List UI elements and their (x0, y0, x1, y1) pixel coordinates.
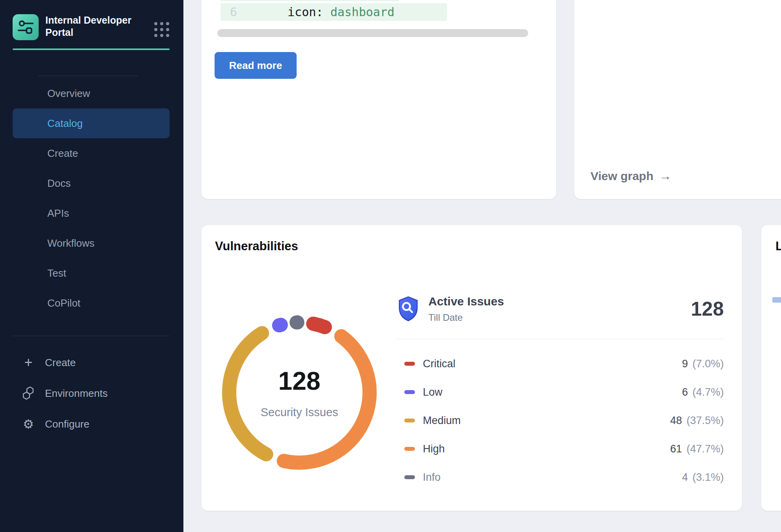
donut-segment-high (284, 336, 370, 463)
read-more-button[interactable]: Read more (215, 52, 297, 79)
critical-color-pill (404, 362, 415, 366)
apps-grid-icon[interactable] (154, 22, 169, 37)
shield-search-icon (397, 296, 420, 322)
summary-divider (397, 339, 724, 339)
severity-value: 6 (4.7%) (682, 386, 724, 398)
sidebar-item-create[interactable]: Create (13, 138, 170, 168)
info-color-pill (404, 475, 415, 479)
sidebar-item-workflows[interactable]: Workflows (13, 228, 170, 258)
app-logo (13, 14, 39, 40)
gear-icon: ⚙ (21, 417, 36, 431)
code-value: dashboard (330, 5, 394, 19)
view-graph-link[interactable]: View graph → (590, 169, 672, 183)
low-color-pill (404, 390, 415, 394)
horizontal-scrollbar[interactable] (217, 29, 528, 37)
app-title: Internal Developer Portal (45, 14, 138, 39)
docs-preview-card: 6 icon: dashboard Read more (202, 0, 556, 199)
vulnerabilities-card: Vulnerabilities 128 Security Issues (202, 225, 742, 511)
nav-divider (38, 76, 138, 76)
medium-color-pill (404, 419, 415, 422)
till-date-subtitle: Till Date (428, 312, 504, 323)
sidebar-nav: Overview Catalog Create Docs APIs Workfl… (13, 78, 170, 318)
sidebar-footer-nav: + Create Environments ⚙ Configure (13, 347, 170, 439)
severity-label: Low (423, 386, 443, 398)
code-text: icon: dashboard (288, 5, 394, 19)
sidebar-accent-rule (13, 48, 170, 50)
severity-row-high: High 61 (47.7%) (397, 435, 724, 463)
donut-segment-medium (229, 333, 266, 454)
severity-value: 48 (37.5%) (670, 415, 724, 427)
clipped-right-card: L (761, 225, 781, 511)
sidebar-item-docs[interactable]: Docs (13, 168, 170, 198)
sidebar-item-test[interactable]: Test (13, 258, 170, 288)
sidebar: Internal Developer Portal Overview Catal… (0, 0, 183, 532)
footer-item-label: Configure (45, 418, 90, 430)
high-color-pill (404, 447, 415, 451)
active-issues-total: 128 (691, 298, 724, 320)
severity-value: 61 (47.7%) (670, 443, 724, 455)
sidebar-item-overview[interactable]: Overview (13, 78, 170, 108)
sidebar-footer-create[interactable]: + Create (13, 347, 170, 378)
donut-segment-low (279, 325, 281, 325)
sidebar-item-apis[interactable]: APIs (13, 198, 170, 228)
severity-legend: Critical 9 (7.0%) Low 6 (4.7%) Medium 48… (397, 350, 724, 491)
vulnerabilities-title: Vulnerabilities (215, 239, 298, 253)
clipped-bar-chart-segment (772, 297, 781, 303)
severity-row-info: Info 4 (3.1%) (397, 463, 724, 491)
schema-flow-icon (17, 19, 34, 35)
severity-label: Critical (423, 358, 456, 370)
arrow-right-icon: → (659, 169, 672, 183)
footer-item-label: Create (45, 357, 76, 369)
active-issues-header: Active Issues Till Date 128 (397, 295, 724, 323)
sidebar-item-copilot[interactable]: CoPilot (13, 288, 170, 318)
code-line: 6 icon: dashboard (220, 3, 447, 21)
severity-label: High (423, 443, 445, 455)
sidebar-footer-configure[interactable]: ⚙ Configure (13, 409, 170, 439)
sidebar-footer-environments[interactable]: Environments (13, 378, 170, 409)
severity-row-medium: Medium 48 (37.5%) (397, 406, 724, 435)
severity-label: Medium (423, 415, 461, 427)
plus-icon: + (21, 355, 36, 370)
severity-value: 9 (7.0%) (682, 358, 724, 370)
security-issues-donut-chart: 128 Security Issues (213, 306, 386, 479)
severity-row-critical: Critical 9 (7.0%) (397, 350, 724, 378)
active-issues-title: Active Issues (428, 295, 504, 308)
severity-value: 4 (3.1%) (682, 471, 724, 484)
sidebar-item-catalog[interactable]: Catalog (13, 108, 170, 138)
severity-label: Info (423, 471, 441, 484)
code-line-partial (220, 0, 399, 1)
sidebar-header: Internal Developer Portal (13, 14, 169, 40)
code-line-number: 6 (230, 5, 237, 19)
sidebar-footer-divider (13, 336, 170, 336)
view-graph-label: View graph (590, 169, 654, 183)
summary-titles: Active Issues Till Date (428, 295, 504, 323)
clipped-card-title: L (775, 239, 781, 253)
severity-row-low: Low 6 (4.7%) (397, 378, 724, 406)
graph-card: View graph → (574, 0, 781, 199)
footer-item-label: Environments (45, 387, 108, 400)
hexagons-icon (21, 386, 36, 400)
donut-segment-critical (313, 324, 325, 327)
